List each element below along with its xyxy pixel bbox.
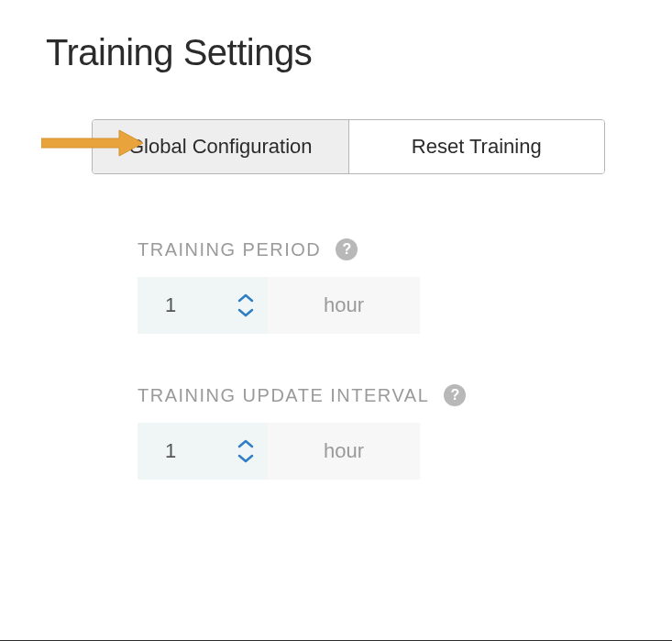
tabs-container: Global Configuration Reset Training (92, 119, 605, 174)
chevron-down-icon[interactable] (237, 306, 255, 319)
help-icon[interactable]: ? (444, 384, 466, 406)
arrow-annotation-icon (41, 128, 145, 158)
chevron-down-icon[interactable] (237, 452, 255, 465)
help-icon[interactable]: ? (336, 238, 358, 260)
training-update-interval-value: 1 (138, 439, 237, 463)
training-update-interval-label: TRAINING UPDATE INTERVAL (138, 385, 429, 406)
training-period-value: 1 (138, 293, 237, 317)
chevron-up-icon[interactable] (237, 437, 255, 450)
training-period-stepper[interactable]: 1 (138, 277, 268, 334)
tab-reset-training[interactable]: Reset Training (348, 120, 605, 173)
training-period-unit: hour (268, 277, 420, 334)
training-update-interval-stepper[interactable]: 1 (138, 423, 268, 480)
training-period-group: TRAINING PERIOD ? 1 hour (138, 238, 672, 334)
chevron-up-icon[interactable] (237, 292, 255, 304)
page-title: Training Settings (46, 32, 672, 73)
training-period-label: TRAINING PERIOD (138, 239, 321, 260)
training-update-interval-group: TRAINING UPDATE INTERVAL ? 1 hour (138, 384, 672, 480)
training-update-interval-unit: hour (268, 423, 420, 480)
